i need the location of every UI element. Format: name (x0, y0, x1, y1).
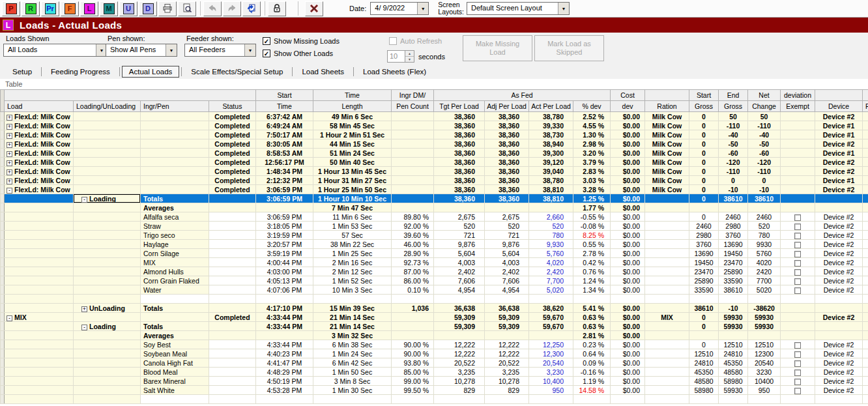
cell-pct-dev[interactable]: 0.55 % (573, 240, 611, 249)
cell-end-gross[interactable]: -50 (719, 139, 748, 149)
cell-pen-count[interactable]: 92.73 % (392, 258, 434, 267)
cell-device[interactable] (815, 295, 863, 304)
cell-start-time[interactable]: 12:56:17 PM (256, 158, 313, 167)
cell-device[interactable] (815, 203, 863, 212)
cell-f[interactable] (863, 258, 868, 267)
cell-net-change[interactable]: 2460 (748, 212, 781, 222)
cell-load[interactable] (5, 340, 74, 349)
cell-loading-unloading[interactable] (74, 368, 141, 377)
cell-start-time[interactable]: 6:37:42 AM (256, 112, 313, 121)
cell-time-length[interactable]: 11 Min 6 Sec (313, 212, 392, 222)
cell-load[interactable] (5, 258, 74, 267)
cell-adj-per-load[interactable]: 3,235 (485, 368, 529, 377)
expand-icon[interactable]: + (7, 115, 12, 121)
cell-status[interactable]: Completed (209, 112, 256, 121)
header-tgt-per-load[interactable]: Tgt Per Load (434, 101, 485, 112)
cell-status[interactable] (209, 395, 256, 404)
table-row[interactable]: +FlexLd: Milk CowCompleted1:48:34 PM1 Ho… (1, 167, 868, 176)
cell-end-gross[interactable]: -60 (719, 149, 748, 158)
cell-f[interactable] (863, 368, 868, 377)
close-icon[interactable] (305, 1, 323, 16)
cell-cost-dev[interactable]: $0.00 (611, 121, 645, 130)
cell-end-gross[interactable]: 59930 (719, 386, 748, 395)
cell-pen-count[interactable]: 85.00 % (392, 368, 434, 377)
cell-f[interactable] (863, 322, 868, 331)
header-start-time[interactable]: Time (256, 101, 313, 112)
cell-time-length[interactable]: 38 Min 22 Sec (313, 240, 392, 249)
cell-start-time[interactable]: 4:33:44 PM (256, 313, 313, 322)
cell-loading-unloading[interactable] (74, 340, 141, 349)
cell-deviation-exempt[interactable] (781, 313, 815, 322)
cell-start-time[interactable]: 4:17:10 PM (256, 304, 313, 313)
cell-ration[interactable]: Milk Cow (645, 121, 689, 130)
cell-start-time[interactable]: 8:58:53 AM (256, 149, 313, 158)
cell-deviation-exempt[interactable] (781, 377, 815, 386)
cell-time-length[interactable]: 1 Hour 2 Min 51 Sec (313, 130, 392, 139)
cell-end-gross[interactable]: 13690 (719, 240, 748, 249)
cell-net-change[interactable]: -38620 (748, 304, 781, 313)
cell-start-gross[interactable]: 0 (689, 167, 719, 176)
cell-device[interactable] (815, 395, 863, 404)
cell-pen-count[interactable] (392, 331, 434, 340)
cell-load[interactable] (5, 267, 74, 276)
table-row[interactable]: Corn Grain Flaked4:05:13 PM1 Min 52 Sec8… (1, 276, 868, 285)
cell-f[interactable] (863, 149, 868, 158)
cell-deviation-exempt[interactable] (781, 231, 815, 240)
cell-start-time[interactable]: 7:50:17 AM (256, 130, 313, 139)
cell-pen-count[interactable]: 86.00 % (392, 276, 434, 285)
cell-deviation-exempt[interactable] (781, 112, 815, 121)
cell-deviation-exempt[interactable] (781, 285, 815, 295)
undo-icon[interactable] (203, 1, 222, 16)
cell-end-gross[interactable]: 33590 (719, 276, 748, 285)
cell-pen-count[interactable] (392, 395, 434, 404)
cell-pct-dev[interactable]: 2.83 % (573, 167, 611, 176)
cell-pen-count[interactable] (392, 176, 434, 185)
cell-device[interactable]: Device #2 (815, 258, 863, 267)
table-row[interactable]: +FlexLd: Milk CowCompleted2:12:32 PM1 Ho… (1, 176, 868, 185)
screen-layouts-dropdown[interactable]: Default Screen Layout ▼ (467, 2, 570, 15)
cell-cost-dev[interactable]: $0.00 (611, 258, 645, 267)
cell-device[interactable]: Device #1 (815, 130, 863, 139)
cell-deviation-exempt[interactable] (781, 304, 815, 313)
table-row[interactable]: +FlexLd: Milk CowCompleted7:50:17 AM1 Ho… (1, 130, 868, 139)
cell-pct-dev[interactable]: -0.08 % (573, 222, 611, 231)
cell-start-time[interactable]: 3:18:05 PM (256, 222, 313, 231)
cell-end-gross[interactable] (719, 395, 748, 404)
tab-scale-effects-special-setup[interactable]: Scale Effects/Special Setup (184, 66, 290, 78)
table-row[interactable]: +FlexLd: Milk CowCompleted6:37:42 AM49 M… (1, 112, 868, 121)
cell-load[interactable]: -FlexLd: Milk Cow (5, 185, 74, 194)
table-row[interactable]: +FlexLd: Milk CowCompleted6:49:24 AM58 M… (1, 121, 868, 130)
cell-net-change[interactable]: 2420 (748, 267, 781, 276)
cell-device[interactable]: Device #2 (815, 386, 863, 395)
cell-cost-dev[interactable]: $0.00 (611, 358, 645, 368)
cell-cost-dev[interactable]: $0.00 (611, 130, 645, 139)
cell-act-per-load[interactable]: 2,660 (529, 212, 573, 222)
cell-tgt-per-load[interactable]: 59,309 (434, 322, 485, 331)
cell-time-length[interactable] (313, 295, 392, 304)
cell-start-time[interactable]: 4:40:23 PM (256, 349, 313, 358)
cell-act-per-load[interactable]: 38,810 (529, 185, 573, 194)
toolbar-button-u[interactable]: U (119, 1, 137, 16)
cell-pct-dev[interactable]: 0.64 % (573, 349, 611, 358)
cell-status[interactable] (209, 240, 256, 249)
collapse-icon[interactable]: - (81, 197, 87, 203)
header-status[interactable]: Status (209, 101, 256, 112)
cell-end-gross[interactable]: -120 (719, 158, 748, 167)
cell-cost-dev[interactable]: $0.00 (611, 331, 645, 340)
cell-act-per-load[interactable]: 950 (529, 386, 573, 395)
table-row[interactable]: +FlexLd: Milk CowCompleted8:30:05 AM44 M… (1, 139, 868, 149)
cell-pen-count[interactable]: 89.80 % (392, 212, 434, 222)
cell-f[interactable] (863, 267, 868, 276)
table-row[interactable]: Salt White4:53:28 PM1 Min 30 Sec99.50 %8… (1, 386, 868, 395)
cell-device[interactable]: Device #2 (815, 285, 863, 295)
cell-pct-dev[interactable]: 2.52 % (573, 112, 611, 121)
cell-adj-per-load[interactable]: 36,638 (485, 304, 529, 313)
cell-f[interactable] (863, 212, 868, 222)
cell-start-gross[interactable]: 2980 (689, 231, 719, 240)
cell-ration[interactable]: Milk Cow (645, 185, 689, 194)
cell-device[interactable]: Device #2 (815, 349, 863, 358)
cell-adj-per-load[interactable]: 38,360 (485, 167, 529, 176)
cell-time-length[interactable]: 51 Min 24 Sec (313, 149, 392, 158)
cell-ingr-pen[interactable]: Almond Hulls (141, 267, 209, 276)
cell-tgt-per-load[interactable]: 721 (434, 231, 485, 240)
